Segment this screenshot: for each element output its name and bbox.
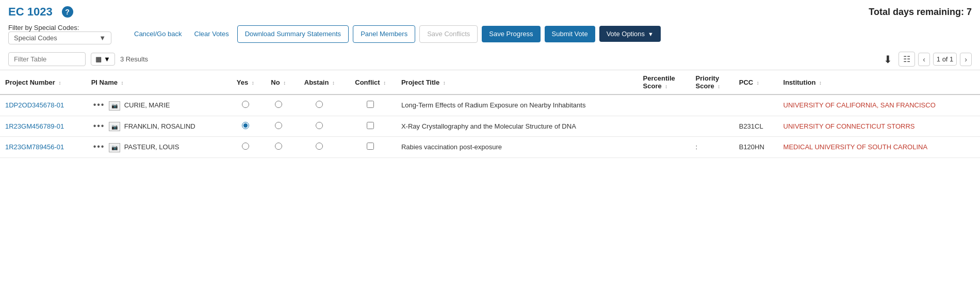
total-days: Total days remaining: 7 bbox=[869, 7, 972, 18]
vote-options-button[interactable]: Vote Options ▼ bbox=[599, 26, 661, 42]
cell-no bbox=[263, 137, 294, 158]
next-page-button[interactable]: › bbox=[960, 53, 972, 66]
col-header-priority-score: PriorityScore ↕ bbox=[691, 70, 734, 95]
pagination-group: ⬇ ☷ ‹ 1 of 1 › bbox=[880, 52, 972, 67]
cell-percentile-score bbox=[638, 116, 691, 137]
yes-radio[interactable] bbox=[242, 143, 249, 150]
cell-priority-score bbox=[691, 95, 734, 116]
cell-abstain bbox=[294, 137, 345, 158]
cell-pcc: B231CL bbox=[734, 116, 778, 137]
page-info: 1 of 1 bbox=[933, 53, 957, 66]
sort-icon: ↕ bbox=[757, 80, 759, 86]
cell-yes bbox=[228, 116, 263, 137]
abstain-radio[interactable] bbox=[316, 101, 323, 108]
filter-by-label-group: Filter by Special Codes: Special Codes ▼ bbox=[8, 24, 111, 44]
no-radio[interactable] bbox=[275, 101, 282, 108]
panel-members-button[interactable]: Panel Members bbox=[353, 25, 415, 43]
save-conflicts-button[interactable]: Save Conflicts bbox=[419, 25, 478, 43]
project-number-link[interactable]: 1DP2OD345678-01 bbox=[5, 101, 64, 109]
pi-name-text: PASTEUR, LOUIS bbox=[124, 143, 179, 151]
col-header-pcc: PCC ↕ bbox=[734, 70, 778, 95]
cell-institution: UNIVERSITY OF CONNECTICUT STORRS bbox=[778, 116, 980, 137]
col-header-percentile-score: PercentileScore ↕ bbox=[638, 70, 691, 95]
columns-icon: ▦ bbox=[95, 55, 102, 63]
cell-pi-name: ••• 📷 PASTEUR, LOUIS bbox=[86, 137, 228, 158]
yes-radio[interactable] bbox=[242, 122, 249, 129]
sort-icon: ↕ bbox=[717, 84, 720, 89]
cell-project-number: 1DP2OD345678-01 bbox=[0, 95, 86, 116]
yes-radio[interactable] bbox=[242, 101, 249, 108]
cell-pcc bbox=[734, 95, 778, 116]
cell-pi-name: ••• 📷 FRANKLIN, ROSALIND bbox=[86, 116, 228, 137]
cell-percentile-score bbox=[638, 137, 691, 158]
main-table: Project Number ↕ PI Name ↕ Yes ↕ No ↕ Ab… bbox=[0, 70, 980, 158]
cell-pi-name: ••• 📷 CURIE, MARIE bbox=[86, 95, 228, 116]
cell-project-number: 1R23GM789456-01 bbox=[0, 137, 86, 158]
save-progress-button[interactable]: Save Progress bbox=[482, 26, 540, 43]
top-bar: EC 1023 ? Total days remaining: 7 bbox=[0, 0, 980, 22]
help-icon[interactable]: ? bbox=[62, 6, 73, 18]
cell-conflict bbox=[345, 137, 396, 158]
column-toggle-button[interactable]: ▦ ▼ bbox=[91, 53, 115, 66]
results-count: 3 Results bbox=[120, 55, 148, 63]
col-header-pi-name: PI Name ↕ bbox=[86, 70, 228, 95]
special-codes-dropdown[interactable]: Special Codes ▼ bbox=[8, 32, 111, 44]
col-header-institution: Institution ↕ bbox=[778, 70, 980, 95]
filter-table-input[interactable] bbox=[8, 52, 86, 66]
cancel-go-back-button[interactable]: Cancel/Go back bbox=[130, 28, 186, 40]
conflict-checkbox[interactable] bbox=[367, 122, 374, 129]
toolbar-row: ▦ ▼ 3 Results ⬇ ☷ ‹ 1 of 1 › bbox=[0, 49, 980, 70]
conflict-checkbox[interactable] bbox=[367, 143, 374, 150]
cell-conflict bbox=[345, 116, 396, 137]
sort-icon: ↕ bbox=[332, 80, 335, 86]
project-number-link[interactable]: 1R23GM789456-01 bbox=[5, 143, 64, 151]
clear-votes-button[interactable]: Clear Votes bbox=[190, 28, 233, 40]
sort-icon: ↕ bbox=[383, 80, 386, 86]
col-header-conflict: Conflict ↕ bbox=[345, 70, 396, 95]
chevron-down-icon: ▼ bbox=[99, 34, 106, 42]
pi-name-text: FRANKLIN, ROSALIND bbox=[124, 122, 195, 130]
cell-abstain bbox=[294, 116, 345, 137]
pi-image: 📷 bbox=[109, 101, 120, 111]
cell-conflict bbox=[345, 95, 396, 116]
no-radio[interactable] bbox=[275, 143, 282, 150]
cell-project-title: X-Ray Crystallography and the Molecular … bbox=[396, 116, 638, 137]
row-actions-button[interactable]: ••• bbox=[91, 100, 107, 109]
cell-pcc: B120HN bbox=[734, 137, 778, 158]
abstain-radio[interactable] bbox=[316, 122, 323, 129]
abstain-radio[interactable] bbox=[316, 143, 323, 150]
cell-project-title: Long-Term Effects of Radium Exposure on … bbox=[396, 95, 638, 116]
chevron-down-icon: ▼ bbox=[104, 55, 110, 63]
action-buttons: Cancel/Go back Clear Votes Download Summ… bbox=[130, 25, 661, 43]
row-actions-button[interactable]: ••• bbox=[91, 142, 107, 151]
app-title: EC 1023 bbox=[8, 5, 53, 19]
project-number-link[interactable]: 1R23GM456789-01 bbox=[5, 122, 64, 130]
prev-page-button[interactable]: ‹ bbox=[918, 53, 930, 66]
sort-icon: ↕ bbox=[665, 84, 667, 89]
institution-name: UNIVERSITY OF CONNECTICUT STORRS bbox=[783, 122, 915, 130]
cell-yes bbox=[228, 95, 263, 116]
cell-yes bbox=[228, 137, 263, 158]
table-row: 1R23GM789456-01 ••• 📷 PASTEUR, LOUIS Rab… bbox=[0, 137, 980, 158]
download-icon-button[interactable]: ⬇ bbox=[880, 52, 895, 67]
conflict-checkbox[interactable] bbox=[367, 101, 374, 108]
row-actions-button[interactable]: ••• bbox=[91, 121, 107, 131]
institution-name: MEDICAL UNIVERSITY OF SOUTH CAROLINA bbox=[783, 143, 928, 151]
filter-buttons-row: Filter by Special Codes: Special Codes ▼… bbox=[0, 22, 980, 49]
col-header-yes: Yes ↕ bbox=[228, 70, 263, 95]
grid-view-button[interactable]: ☷ bbox=[899, 52, 915, 67]
sort-icon: ↕ bbox=[283, 80, 286, 86]
sort-icon: ↕ bbox=[252, 80, 254, 86]
col-header-abstain: Abstain ↕ bbox=[294, 70, 345, 95]
col-header-no: No ↕ bbox=[263, 70, 294, 95]
table-row: 1R23GM456789-01 ••• 📷 FRANKLIN, ROSALIND… bbox=[0, 116, 980, 137]
cell-priority-score bbox=[691, 116, 734, 137]
chevron-down-icon: ▼ bbox=[648, 31, 654, 37]
cell-no bbox=[263, 95, 294, 116]
submit-vote-button[interactable]: Submit Vote bbox=[545, 26, 595, 43]
table-header-row: Project Number ↕ PI Name ↕ Yes ↕ No ↕ Ab… bbox=[0, 70, 980, 95]
pi-image: 📷 bbox=[109, 122, 120, 131]
cell-project-number: 1R23GM456789-01 bbox=[0, 116, 86, 137]
download-summary-button[interactable]: Download Summary Statements bbox=[237, 25, 349, 43]
no-radio[interactable] bbox=[275, 122, 282, 129]
